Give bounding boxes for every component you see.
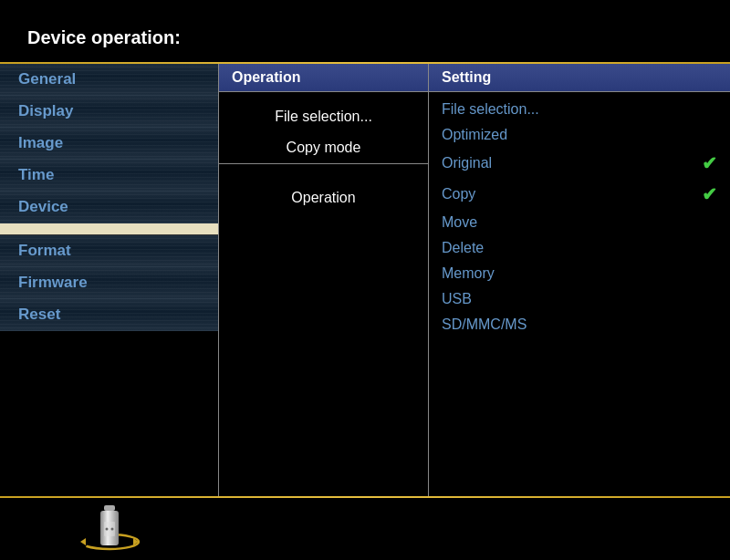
original-check-icon: ✔ [702, 152, 717, 174]
middle-column: Operation File selection... Copy mode Op… [219, 64, 429, 496]
sidebar-item-general[interactable]: General [0, 64, 218, 96]
sidebar-item-format[interactable]: Format [0, 235, 218, 267]
right-header: Setting [429, 64, 730, 92]
main-content: General Display Image Time Device Format… [0, 64, 730, 496]
sidebar-item-image[interactable]: Image [0, 128, 218, 160]
right-item-move[interactable]: Move [429, 210, 730, 235]
sidebar-item-firmware[interactable]: Firmware [0, 267, 218, 299]
right-item-copy[interactable]: Copy ✔ [429, 179, 730, 210]
right-column: Setting File selection... Optimized Orig… [429, 64, 730, 496]
middle-divider [219, 163, 428, 164]
right-item-original[interactable]: Original ✔ [429, 148, 730, 179]
right-item-file-selection[interactable]: File selection... [429, 97, 730, 122]
usb-device-svg [97, 505, 122, 551]
right-item-optimized[interactable]: Optimized [429, 122, 730, 148]
title-text: Device operation: [27, 27, 181, 48]
middle-header: Operation [219, 64, 428, 92]
right-item-delete[interactable]: Delete [429, 235, 730, 261]
svg-rect-3 [104, 505, 115, 511]
sidebar-item-time[interactable]: Time [0, 160, 218, 192]
sidebar-item-reset[interactable]: Reset [0, 299, 218, 331]
middle-items: File selection... Copy mode Operation [219, 92, 428, 496]
sidebar-item-display[interactable]: Display [0, 96, 218, 128]
svg-point-6 [106, 528, 109, 531]
middle-item-copy-mode[interactable]: Copy mode [219, 132, 428, 163]
sidebar: General Display Image Time Device Format… [0, 64, 219, 496]
svg-marker-1 [80, 538, 86, 545]
middle-item-operation[interactable]: Operation [219, 182, 428, 213]
right-items: File selection... Optimized Original ✔ C… [429, 92, 730, 496]
middle-item-file-selection[interactable]: File selection... [219, 101, 428, 132]
right-item-sd-mmc[interactable]: SD/MMC/MS [429, 312, 730, 337]
usb-orbit-icon [73, 503, 146, 554]
right-item-memory[interactable]: Memory [429, 261, 730, 286]
sidebar-item-device[interactable]: Device [0, 192, 218, 223]
usb-icon-area [0, 496, 219, 560]
page-title: Device operation: [27, 27, 181, 48]
svg-point-7 [111, 528, 114, 531]
sidebar-item-active[interactable] [0, 223, 218, 235]
right-item-usb[interactable]: USB [429, 286, 730, 312]
copy-check-icon: ✔ [702, 183, 717, 205]
